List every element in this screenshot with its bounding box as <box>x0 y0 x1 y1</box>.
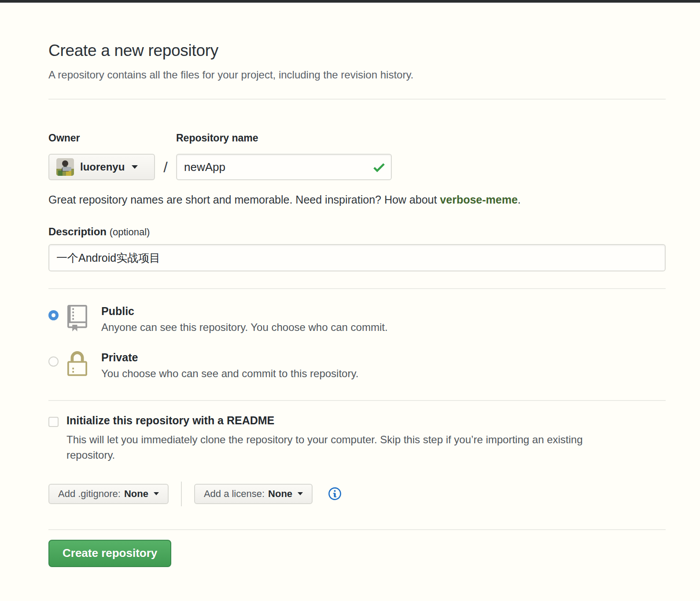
license-button-label: Add a license: <box>204 488 265 500</box>
visibility-option-public[interactable]: Public Anyone can see this repository. Y… <box>48 305 666 334</box>
divider <box>48 529 666 530</box>
private-option-title: Private <box>101 351 358 364</box>
private-radio[interactable] <box>48 356 59 367</box>
visibility-option-private[interactable]: Private You choose who can see and commi… <box>48 351 666 380</box>
page-title: Create a new repository <box>48 41 666 60</box>
create-repository-button[interactable]: Create repository <box>48 540 171 567</box>
suggested-name-link[interactable]: verbose-meme <box>440 193 517 206</box>
repo-book-icon <box>67 305 96 331</box>
repo-name-hint: Great repository names are short and mem… <box>48 193 666 206</box>
public-radio[interactable] <box>48 310 59 320</box>
lock-icon <box>67 351 96 378</box>
repository-name-input[interactable] <box>176 154 392 180</box>
readme-checkbox[interactable] <box>48 417 59 427</box>
public-option-description: Anyone can see this repository. You choo… <box>101 321 388 334</box>
divider <box>48 99 666 100</box>
owner-username: luorenyu <box>80 161 125 173</box>
page-subtitle: A repository contains all the files for … <box>48 69 666 81</box>
check-icon <box>373 160 385 177</box>
description-input[interactable] <box>48 244 666 271</box>
add-gitignore-button[interactable]: Add .gitignore: None <box>48 484 169 504</box>
owner-label: Owner <box>48 132 176 144</box>
description-label: Description <box>48 226 107 237</box>
readme-title: Initialize this repository with a README <box>66 414 626 427</box>
private-option-description: You choose who can see and commit to thi… <box>101 367 358 380</box>
owner-repo-separator: / <box>155 159 176 176</box>
repository-name-label: Repository name <box>176 132 392 144</box>
new-repository-form: Create a new repository A repository con… <box>0 41 700 567</box>
gitignore-button-value: None <box>124 488 148 500</box>
gitignore-button-label: Add .gitignore: <box>58 488 121 500</box>
readme-option: Initialize this repository with a README… <box>48 414 666 463</box>
owner-select[interactable]: luorenyu <box>48 154 155 180</box>
window-top-edge-bar <box>0 0 700 3</box>
add-license-button[interactable]: Add a license: None <box>194 484 313 504</box>
hint-period: . <box>518 193 521 206</box>
divider <box>48 400 666 401</box>
vertical-divider <box>181 482 182 506</box>
description-optional-label: (optional) <box>110 226 150 237</box>
avatar <box>56 158 74 176</box>
info-circle-icon[interactable] <box>328 486 342 501</box>
readme-description: This will let you immediately clone the … <box>66 432 626 463</box>
chevron-down-icon <box>154 492 159 495</box>
chevron-down-icon <box>132 165 138 169</box>
license-button-value: None <box>268 488 292 500</box>
public-option-title: Public <box>101 305 388 318</box>
chevron-down-icon <box>298 492 303 495</box>
divider <box>48 288 666 289</box>
hint-text: Great repository names are short and mem… <box>48 193 440 206</box>
